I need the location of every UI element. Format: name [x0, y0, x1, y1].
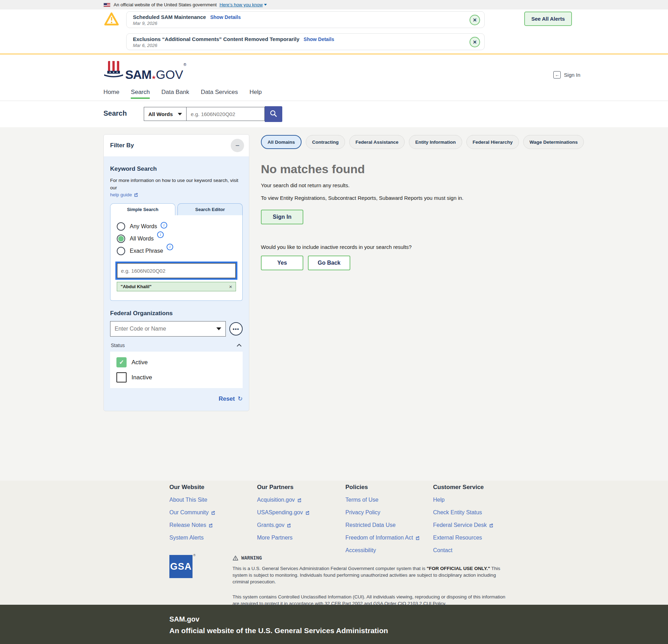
warning-heading: WARNING [232, 555, 510, 561]
show-details-link[interactable]: Show Details [304, 36, 334, 42]
see-all-alerts-button[interactable]: See All Alerts [524, 12, 572, 26]
external-link-icon [489, 523, 493, 528]
external-link-icon [208, 523, 213, 528]
search-mode-select[interactable]: All Words [144, 107, 187, 121]
external-link-icon [415, 536, 420, 540]
tab-simple-search[interactable]: Simple Search [110, 203, 175, 215]
footer-link[interactable]: Check Entity Status [433, 509, 493, 516]
main-nav: Home Search Data Bank Data Services Help [103, 89, 262, 101]
nav-help[interactable]: Help [249, 89, 262, 101]
tab-search-editor[interactable]: Search Editor [177, 203, 243, 215]
content-area: Filter By − Keyword Search For more info… [0, 127, 668, 481]
footer-link[interactable]: Acquisition.gov [257, 497, 310, 503]
federal-orgs-select[interactable]: Enter Code or Name [110, 321, 226, 337]
pill-wage-determinations[interactable]: Wage Determinations [523, 135, 584, 149]
footer-link[interactable]: Restricted Data Use [345, 522, 420, 528]
logo-sam-text: SAM★GOV® [125, 68, 185, 81]
go-back-button[interactable]: Go Back [308, 256, 350, 270]
federal-orgs-row: Enter Code or Name ••• [110, 321, 243, 337]
alerts-section: Scheduled SAM Maintenance Show Details M… [0, 9, 668, 54]
top-search-input[interactable] [187, 107, 265, 121]
sign-in-label: Sign In [564, 72, 580, 78]
footer-link[interactable]: Freedom of Information Act [345, 535, 420, 541]
more-options-button[interactable]: ••• [229, 322, 243, 335]
status-header: Status [110, 342, 243, 348]
footer-link[interactable]: Contact [433, 547, 493, 554]
sign-in-icon: ← [553, 71, 561, 79]
footer-link[interactable]: More Partners [257, 535, 310, 541]
how-you-know-link[interactable]: Here’s how you know [220, 2, 263, 7]
radio-row-exact-phrase: Exact Phrase i [117, 247, 236, 255]
close-icon[interactable]: ✕ [470, 15, 480, 25]
nav-data-bank[interactable]: Data Bank [161, 89, 189, 101]
domain-pills: All Domains Contracting Federal Assistan… [261, 135, 552, 149]
pill-entity-information[interactable]: Entity Information [409, 135, 462, 149]
site-header: SAM★GOV® ← Sign In Home Search Data Bank… [0, 54, 668, 101]
gsa-registered-mark: ® [193, 554, 196, 557]
chevron-up-icon[interactable] [236, 342, 242, 348]
registered-mark: ® [183, 62, 186, 67]
header-sign-in[interactable]: ← Sign In [553, 71, 580, 79]
footer-link[interactable]: Help [433, 497, 493, 503]
show-details-link[interactable]: Show Details [210, 14, 241, 20]
close-icon[interactable]: ✕ [470, 37, 480, 47]
info-icon[interactable]: i [161, 222, 167, 229]
alert-title: Exclusions “Additional Comments” Content… [133, 36, 299, 42]
pill-federal-hierarchy[interactable]: Federal Hierarchy [466, 135, 519, 149]
external-link-icon [211, 510, 215, 515]
search-mode-value: All Words [148, 111, 173, 117]
footer-col-policies: Policies Terms of Use Privacy Policy Res… [345, 484, 420, 560]
no-results-text: Your search did not return any results. [261, 182, 552, 188]
status-option-inactive[interactable]: Inactive [116, 372, 236, 382]
checkbox-unchecked-icon[interactable] [116, 372, 127, 382]
pill-federal-assistance[interactable]: Federal Assistance [349, 135, 405, 149]
footer-link[interactable]: Terms of Use [345, 497, 420, 503]
reset-link[interactable]: Reset [218, 395, 235, 402]
logo-star-icon: ★ [152, 75, 156, 80]
help-guide-link[interactable]: help guide [110, 192, 138, 197]
footer-col-our-partners: Our Partners Acquisition.gov USASpending… [257, 484, 310, 547]
footer-link[interactable]: About This Site [169, 497, 215, 503]
sam-gov-logo[interactable]: SAM★GOV® [103, 60, 185, 81]
radio-any-words[interactable] [117, 222, 125, 231]
footer-link[interactable]: Accessibility [345, 547, 420, 554]
footer-site-name: SAM.gov [169, 615, 668, 623]
pill-contracting[interactable]: Contracting [306, 135, 345, 149]
reset-refresh-icon[interactable]: ↻ [238, 395, 243, 402]
footer-link[interactable]: Release Notes [169, 522, 215, 528]
info-icon[interactable]: i [167, 244, 173, 250]
chip-label: "Abdul Khalil" [121, 284, 151, 289]
footer-site-subtitle: An official website of the U.S. General … [169, 626, 668, 635]
sign-in-button[interactable]: Sign In [261, 210, 303, 224]
sign-in-hint-text: To view Entity Registrations, Subcontrac… [261, 194, 482, 202]
footer-link[interactable]: Federal Service Desk [433, 522, 493, 528]
filter-title: Filter By [110, 142, 134, 149]
footer-link[interactable]: USASpending.gov [257, 509, 310, 516]
footer-link[interactable]: Our Community [169, 509, 215, 516]
collapse-filters-button[interactable]: − [231, 139, 244, 152]
filter-body: Keyword Search For more information on h… [104, 156, 249, 411]
yes-button[interactable]: Yes [261, 256, 303, 270]
info-icon[interactable]: i [157, 231, 164, 238]
footer-link[interactable]: Privacy Policy [345, 509, 420, 516]
checkbox-checked-icon[interactable]: ✓ [116, 357, 127, 367]
pill-all-domains[interactable]: All Domains [261, 135, 302, 149]
nav-home[interactable]: Home [103, 89, 119, 101]
radio-all-words[interactable] [117, 235, 125, 243]
results-area: All Domains Contracting Federal Assistan… [261, 135, 552, 270]
search-submit-button[interactable] [265, 106, 282, 122]
alert-date: Mar 6, 2026 [133, 43, 465, 48]
nav-data-services[interactable]: Data Services [201, 89, 238, 101]
footer-link[interactable]: External Resources [433, 535, 493, 541]
footer-link[interactable]: Grants.gov [257, 522, 310, 528]
footer-col-our-website: Our Website About This Site Our Communit… [169, 484, 215, 547]
footer-link[interactable]: System Alerts [169, 535, 215, 541]
keyword-search-heading: Keyword Search [110, 165, 243, 172]
us-flag-icon [103, 3, 110, 7]
yes-goback-row: Yes Go Back [261, 256, 552, 270]
status-option-active[interactable]: ✓ Active [116, 357, 236, 367]
keyword-input[interactable] [117, 263, 236, 278]
radio-exact-phrase[interactable] [117, 247, 125, 255]
nav-search[interactable]: Search [131, 89, 150, 101]
chip-remove-icon[interactable]: × [229, 284, 232, 290]
